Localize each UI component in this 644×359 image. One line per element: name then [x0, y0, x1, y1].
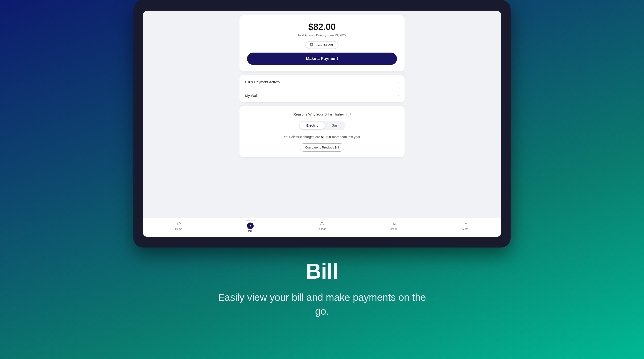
more-nav-label: More [462, 228, 468, 230]
charges-text: Your electric charges are $10.00 more th… [246, 134, 398, 140]
tablet-frame: $82.00 Total Amount Due By June 23, 2022… [134, 0, 510, 248]
view-pdf-button[interactable]: View Bill PDF [306, 41, 338, 49]
electric-gas-toggle: Electric Gas [299, 121, 345, 130]
bill-amount: $82.00 [308, 22, 336, 32]
home-icon [176, 220, 182, 227]
compare-to-previous-bill-button[interactable]: Compare to Previous Bill [300, 143, 344, 152]
my-wallet-item[interactable]: My Wallet › [240, 89, 404, 102]
charges-suffix: more than last year [331, 135, 360, 139]
pdf-icon [310, 43, 314, 47]
nav-list: Bill & Payment Activity › My Wallet › [240, 75, 404, 102]
svg-point-4 [466, 223, 467, 224]
nav-item-home[interactable]: Home [172, 220, 186, 230]
home-nav-label: Home [175, 228, 182, 230]
my-wallet-label: My Wallet [245, 94, 260, 98]
app-content: $82.00 Total Amount Due By June 23, 2022… [240, 15, 404, 237]
more-icon [462, 220, 468, 227]
svg-point-3 [465, 223, 466, 224]
chevron-right-icon-2: › [398, 93, 399, 98]
bill-payment-activity-label: Bill & Payment Activity [245, 80, 280, 84]
bill-icon [247, 222, 254, 229]
tablet-screen: $82.00 Total Amount Due By June 23, 2022… [143, 10, 501, 237]
bill-payment-activity-item[interactable]: Bill & Payment Activity › [240, 75, 404, 89]
charges-prefix: Your electric charges are [284, 135, 321, 139]
nav-item-more[interactable]: More [458, 220, 472, 230]
bill-period-label: Bill Period [246, 220, 254, 222]
bill-due-label: Total Amount Due By June 23, 2022 [298, 34, 346, 37]
charges-amount: $10.00 [321, 135, 331, 139]
make-payment-button[interactable]: Make a Payment [247, 52, 397, 65]
svg-point-2 [464, 223, 464, 224]
nav-item-usage[interactable]: Usage [386, 220, 401, 230]
help-icon[interactable]: ? [346, 112, 351, 116]
bottom-nav: Home Bill Period Bill [143, 218, 501, 237]
bottom-section: Bill Easily view your bill and make paym… [169, 248, 475, 330]
bill-card: $82.00 Total Amount Due By June 23, 2022… [240, 15, 404, 72]
reasons-card: Reasons Why Your Bill is Higher ? Electr… [240, 106, 404, 157]
usage-icon [390, 220, 397, 227]
nav-item-bill[interactable]: Bill Period Bill [243, 220, 258, 233]
view-pdf-label: View Bill PDF [316, 43, 334, 47]
outage-nav-label: Outage [318, 228, 326, 230]
usage-nav-label: Usage [390, 228, 398, 230]
outage-icon [319, 220, 325, 227]
page-title: Bill [306, 259, 338, 284]
reasons-header: Reasons Why Your Bill is Higher ? [246, 112, 398, 116]
nav-item-outage[interactable]: Outage [315, 220, 329, 230]
reasons-title: Reasons Why Your Bill is Higher [293, 112, 344, 116]
gas-toggle-button[interactable]: Gas [325, 122, 344, 129]
page-subtitle: Easily view your bill and make payments … [216, 291, 428, 318]
chevron-right-icon: › [398, 80, 399, 84]
electric-toggle-button[interactable]: Electric [300, 122, 325, 129]
bill-nav-label: Bill [248, 230, 252, 233]
